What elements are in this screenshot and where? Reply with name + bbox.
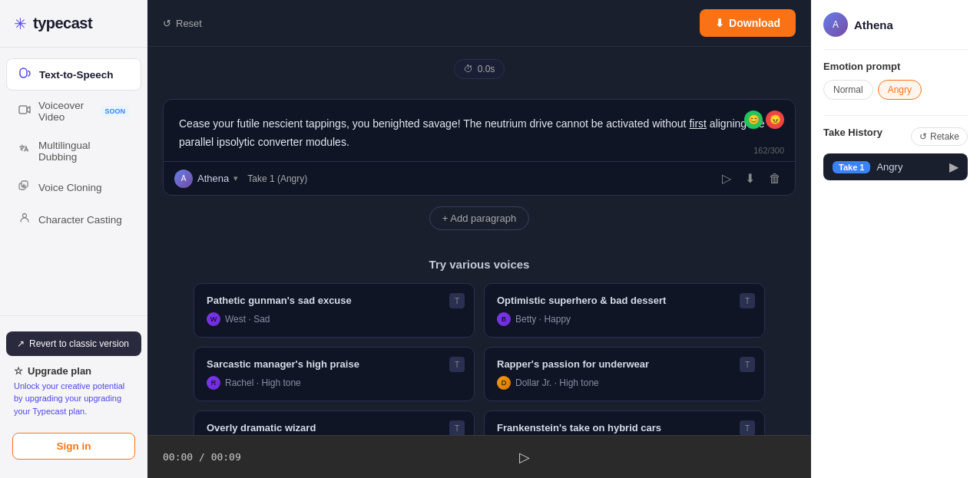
download-button[interactable]: ⬇ Download [700,9,796,37]
voice-card-t-4: T [449,420,465,435]
text-editor-container[interactable]: Cease your futile nescient tappings, you… [163,99,796,196]
voice-name: Athena [197,173,229,184]
voice-card-3[interactable]: Rapper's passion for underwear D Dollar … [484,347,765,401]
emotion-tags: Normal Angry [823,80,968,100]
sidebar-item-voice-cloning[interactable]: Voice Cloning [6,172,141,203]
voice-card-0[interactable]: Pathetic gunman's sad excuse W West · Sa… [194,283,475,338]
player-play-button[interactable]: ▷ [519,449,530,466]
sidebar-item-voiceover-video[interactable]: Voiceover Video SOON [6,92,141,130]
char-count: 162/300 [753,146,784,155]
take-play-button-0[interactable]: ▶ [949,160,958,174]
voice-card-title-5: Frankenstein's take on hybrid cars [497,422,752,433]
main-content: ↺ Reset ⬇ Download ⏱ 0.0s Cease your fut… [147,0,811,478]
retake-button[interactable]: ↺ Retake [911,127,968,146]
sidebar-item-label-cloning: Voice Cloning [38,182,102,193]
top-bar: ↺ Reset ⬇ Download [147,0,811,47]
voice-card-avatar-0: W [207,312,220,326]
sidebar-bottom: ↗ Revert to classic version ☆ Upgrade pl… [0,315,147,479]
logo-area: ✳ typecast [0,0,147,48]
delete-icon-button[interactable]: 🗑 [766,169,784,189]
sidebar-item-character-casting[interactable]: Character Casting [6,204,141,235]
voice-card-meta-3: D Dollar Jr. · High tone [497,376,752,390]
voice-card-title-4: Overly dramatic wizard [207,422,462,433]
take-badge-0: Take 1 [833,161,870,173]
retake-label: Retake [930,131,959,142]
upgrade-title: ☆ Upgrade plan [14,365,134,377]
voice-card-avatar-3: D [497,376,511,390]
voice-card-title-3: Rapper's passion for underwear [497,358,752,370]
download-label: Download [729,17,780,29]
voice-card-5[interactable]: Frankenstein's take on hybrid cars F Fra… [484,410,765,435]
classic-version-button[interactable]: ↗ Revert to classic version [6,331,141,356]
timer-icon: ⏱ [464,64,473,74]
voice-avatar: A [174,170,193,188]
voice-card-t-5: T [740,420,755,435]
right-panel: A Athena Emotion prompt Normal Angry Tak… [811,0,980,478]
sidebar-nav: Text-to-Speech Voiceover Video SOON Mult… [0,48,147,315]
retake-icon: ↺ [919,131,927,142]
play-icon-button[interactable]: ▷ [719,168,734,189]
voice-card-meta-2: R Rachel · High tone [207,376,462,390]
star-icon: ☆ [14,365,23,377]
emotion-angry[interactable]: Angry [878,80,922,100]
svg-rect-1 [19,106,27,114]
take-item-left-0: Take 1 Angry [833,161,902,173]
voice-card-name-3: Dollar Jr. · High tone [515,377,599,388]
voice-card-title-0: Pathetic gunman's sad excuse [207,295,462,306]
svg-point-4 [23,214,27,218]
bottom-player: 00:00 / 00:09 ▷ [147,435,811,478]
emotion-prompt-label: Emotion prompt [823,61,968,72]
voice-card-name-2: Rachel · High tone [225,377,301,388]
text-content[interactable]: Cease your futile nescient tappings, you… [179,115,780,152]
video-icon [18,104,31,119]
take-label: Take 1 (Angry) [247,173,307,184]
logo-text: typecast [33,15,92,32]
voices-grid: Pathetic gunman's sad excuse W West · Sa… [163,283,796,435]
voice-card-avatar-2: R [207,376,220,390]
time-display: ⏱ 0.0s [454,59,505,79]
toolbar-actions: ▷ ⬇ 🗑 [719,168,784,189]
voice-card-avatar-1: B [497,312,511,326]
logo-icon: ✳ [14,15,27,33]
voice-card-1[interactable]: Optimistic superhero & bad dessert B Bet… [484,283,765,338]
voice-card-t-3: T [740,357,755,372]
upgrade-section: ☆ Upgrade plan Unlock your creative pote… [6,359,141,427]
panel-avatar: A [823,12,848,37]
voice-card-4[interactable]: Overly dramatic wizard S Sindarin · Sad … [194,410,475,435]
cloning-icon [18,180,31,195]
emoji-counter: 😊 😠 [744,110,784,129]
sign-in-button[interactable]: Sign in [12,433,135,460]
voice-card-meta-1: B Betty · Happy [497,312,752,326]
player-time: 00:00 / 00:09 [163,451,241,463]
divider-2 [823,115,968,116]
sidebar-item-text-to-speech[interactable]: Text-to-Speech [6,58,141,91]
take-emotion-0: Angry [876,161,902,173]
sidebar-item-label-tts: Text-to-Speech [39,69,114,81]
voice-card-2[interactable]: Sarcastic manager's high praise R Rachel… [194,347,475,401]
sidebar-item-label-video: Voiceover Video [38,100,90,123]
editor-scroll-area[interactable]: ⏱ 0.0s Cease your futile nescient tappin… [147,47,811,435]
voice-card-title-1: Optimistic superhero & bad dessert [497,295,752,306]
classic-label: Revert to classic version [29,338,129,349]
emotion-normal[interactable]: Normal [823,80,873,100]
panel-character-name: Athena [854,18,893,31]
voice-card-name-1: Betty · Happy [515,314,571,325]
add-paragraph-button[interactable]: + Add paragraph [429,206,530,230]
emoji-green: 😊 [744,110,763,129]
editor-toolbar: A Athena ▾ Take 1 (Angry) ▷ ⬇ 🗑 [164,161,795,195]
svg-rect-3 [22,181,28,187]
text-area[interactable]: Cease your futile nescient tappings, you… [164,100,795,161]
voice-card-t-1: T [740,293,755,308]
multilingual-icon [18,143,31,159]
emoji-red: 😠 [766,110,784,129]
voice-card-title-2: Sarcastic manager's high praise [207,358,462,370]
sidebar-item-label-casting: Character Casting [38,214,122,226]
sidebar-item-multilingual[interactable]: Multilingual Dubbing [6,132,141,170]
download-icon: ⬇ [715,17,724,29]
take-item-0: Take 1 Angry ▶ [823,153,968,180]
voice-selector[interactable]: A Athena ▾ [174,170,238,188]
download-icon-button[interactable]: ⬇ [742,168,758,189]
reset-button[interactable]: ↺ Reset [163,18,202,29]
soon-badge: SOON [101,106,129,117]
voice-card-t-0: T [449,293,465,308]
